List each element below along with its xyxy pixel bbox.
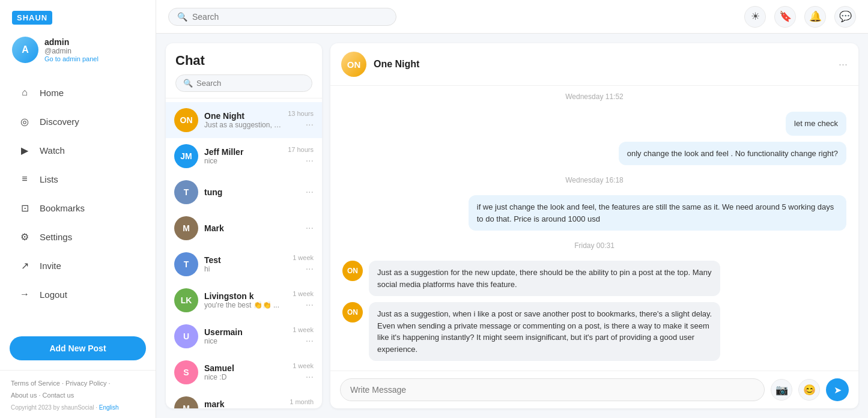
profile-handle: @admin [44,47,99,55]
message-sent: only change the look and feel . No funct… [619,142,846,166]
terms-link[interactable]: Terms of Service [11,380,60,387]
message-input[interactable] [340,378,765,401]
chat-meta: 1 week ··· [293,290,314,310]
chat-item-mark-month[interactable]: M mark hello 1 month ··· [166,390,322,408]
messages-area: ON How much would a theme like https://l… [330,86,858,371]
chat-more-button[interactable]: ··· [306,187,314,198]
chat-item-livingston-k[interactable]: LK Livingston k you're the best 👏👏 ... 1… [166,282,322,318]
sidebar-item-logout[interactable]: → Logout [5,280,151,308]
chat-meta: 1 week ··· [293,362,314,383]
sidebar-item-lists[interactable]: ≡ Lists [5,165,151,193]
chat-info: Samuel nice :D [204,363,287,381]
logo-area: SHAUN [0,0,156,31]
date-divider: Wednesday 11:52 [342,92,846,101]
chat-name: Test [204,255,287,265]
contact-link[interactable]: Contact us [43,392,74,399]
profile-name: admin [44,37,99,47]
chat-search-box[interactable]: 🔍 [175,74,312,92]
chat-more-button[interactable]: ··· [306,372,314,383]
search-icon: 🔍 [177,12,187,22]
privacy-link[interactable]: Privacy Policy [65,380,106,387]
watch-icon: ▶ [18,144,31,157]
invite-icon: ↗ [18,259,31,272]
chat-preview: Just as a suggestion, whe... [204,121,282,129]
message-bubble: let me check [786,112,846,136]
chat-meta: ··· [306,187,314,198]
chat-panel-header: Chat 🔍 [166,43,322,98]
chat-avatar: JM [174,144,198,168]
chat-time: 1 month [290,398,314,405]
messages-button[interactable]: 💬 [834,6,856,28]
chat-meta: 1 week ··· [293,326,314,347]
chat-panel-title: Chat [175,53,312,68]
chat-info: Jeff Miller nice [204,147,282,165]
main-nav: ⌂ Home ◎ Discovery ▶ Watch ≡ Lists ⊡ Boo… [0,73,156,330]
chat-search-input[interactable] [196,79,305,88]
topbar-search-box[interactable]: 🔍 [168,8,396,26]
chat-item-samuel[interactable]: S Samuel nice :D 1 week ··· [166,354,322,390]
chat-item-test[interactable]: T Test hi 1 week ··· [166,246,322,282]
camera-button[interactable]: 📷 [771,379,792,401]
search-input[interactable] [192,12,387,22]
conversation-header: ON One Night ··· [330,43,858,86]
sidebar-item-label: Settings [40,232,72,242]
chat-info: Mark [204,223,300,233]
chat-more-button[interactable]: ··· [306,300,314,310]
sidebar-item-discovery[interactable]: ◎ Discovery [5,108,151,135]
chat-meta: 1 week ··· [293,254,314,274]
chat-more-button[interactable]: ··· [306,408,314,408]
message-bubble: Just as a suggestion for the new update,… [369,261,720,296]
user-profile: A admin @admin Go to admin panel [0,31,156,73]
sidebar-item-settings[interactable]: ⚙ Settings [5,223,151,250]
chat-item-tung[interactable]: T tung ··· [166,174,322,210]
admin-panel-link[interactable]: Go to admin panel [44,55,99,62]
chat-item-jeff-miller[interactable]: JM Jeff Miller nice 17 hours ··· [166,138,322,174]
sidebar-item-watch[interactable]: ▶ Watch [5,136,151,164]
chat-more-button[interactable]: ··· [306,120,314,130]
conversation-more-button[interactable]: ··· [839,58,848,71]
sidebar-item-home[interactable]: ⌂ Home [5,79,151,106]
add-post-button[interactable]: Add New Post [10,336,146,360]
chat-avatar: T [174,180,198,204]
chat-item-one-night[interactable]: ON One Night Just as a suggestion, whe..… [166,102,322,138]
lists-icon: ≡ [18,172,31,186]
copyright-text: Copyright 2023 by shaunSocial · English [11,404,145,411]
chat-info: tung [204,187,300,197]
chat-preview: nice [204,337,287,345]
chat-list-panel: Chat 🔍 ON One Night Just as a suggestion… [166,43,322,408]
emoji-button[interactable]: 😊 [798,379,820,401]
chat-time: 1 week [293,326,314,333]
bookmark-button[interactable]: 🔖 [774,6,796,28]
chat-time: 13 hours [288,110,314,117]
chat-avatar: ON [174,108,198,132]
sidebar-item-label: Discovery [40,117,79,127]
sidebar-item-label: Lists [40,174,58,184]
chat-time: 1 week [293,290,314,297]
main-content: 🔍 ☀ 🔖 🔔 💬 Chat 🔍 ON One Night Just as a [156,0,868,418]
brightness-button[interactable]: ☀ [744,6,766,28]
chat-name: Usermain [204,327,287,337]
language-link[interactable]: English [99,404,119,411]
chat-name: One Night [204,111,282,121]
message-input-area: 📷 😊 ➤ [330,371,858,408]
about-link[interactable]: About us [11,392,37,399]
sidebar-item-bookmarks[interactable]: ⊡ Bookmarks [5,194,151,222]
home-icon: ⌂ [18,86,31,99]
chat-item-usermain[interactable]: U Usermain nice 1 week ··· [166,318,322,354]
chat-time: 1 week [293,254,314,261]
chat-name: Jeff Miller [204,147,282,157]
chat-more-button[interactable]: ··· [306,223,314,234]
chat-item-mark[interactable]: M Mark ··· [166,210,322,246]
topbar: 🔍 ☀ 🔖 🔔 💬 [156,0,868,34]
sidebar-item-label: Invite [40,261,61,271]
chat-more-button[interactable]: ··· [306,264,314,274]
message-bubble: if we just change the look and feel, the… [469,195,846,231]
chat-preview: nice [204,157,282,165]
chat-more-button[interactable]: ··· [306,156,314,166]
send-button[interactable]: ➤ [826,378,849,401]
sidebar-item-invite[interactable]: ↗ Invite [5,252,151,279]
chat-list: ON One Night Just as a suggestion, whe..… [166,98,322,408]
notifications-button[interactable]: 🔔 [804,6,826,28]
chat-meta: 1 month ··· [290,398,314,408]
chat-more-button[interactable]: ··· [306,336,314,347]
